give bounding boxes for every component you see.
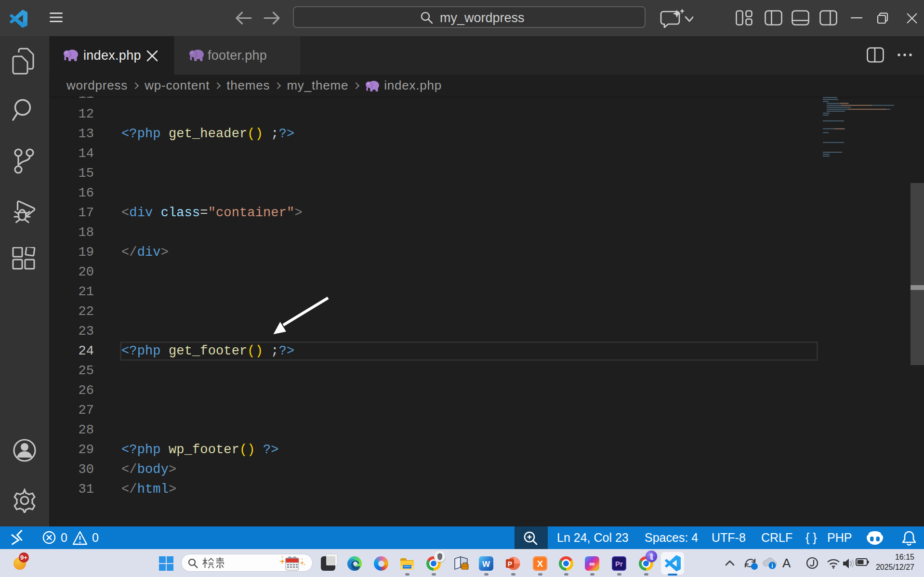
svg-text:∞: ∞ (589, 560, 594, 568)
svg-text:X: X (537, 559, 543, 569)
svg-text:Pr: Pr (615, 560, 623, 568)
svg-text:P: P (508, 560, 512, 568)
svg-text:W: W (482, 560, 490, 569)
